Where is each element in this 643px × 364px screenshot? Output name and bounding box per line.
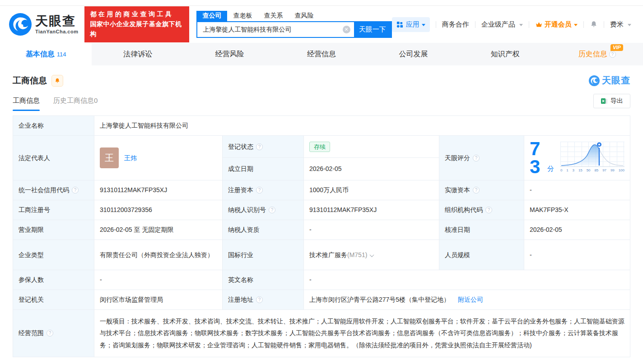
field-insured-count-label: 参保人数: [13, 270, 94, 290]
table-row: 企业类型 有限责任公司（外商投资企业法人独资） 国标行业 技术推广服务(M751…: [13, 240, 630, 270]
nav-item-enterprise[interactable]: 企业级产品: [481, 20, 523, 29]
brand-name: 天眼查: [35, 15, 78, 28]
field-staff-size-value: -: [524, 240, 630, 270]
excel-export-icon: [601, 97, 608, 105]
search-button[interactable]: 天眼一下: [354, 22, 391, 37]
field-score-label: 天眼评分: [439, 136, 524, 180]
bell-icon: [590, 20, 598, 28]
field-score-value: 73 分: [524, 136, 630, 180]
search-tab-company[interactable]: 查公司: [196, 11, 227, 21]
field-taxpayer-id-label: 纳税人识别号: [223, 200, 304, 220]
bell-icon: [54, 78, 61, 84]
tab-operation-info[interactable]: 经营信息: [275, 43, 367, 65]
monitor-subscribe-button[interactable]: [51, 75, 63, 87]
field-business-scope-value: 一般项目：技术服务、技术开发、技术咨询、技术交流、技术转让、技术推广；人工智能应…: [94, 309, 630, 357]
apps-label: 应用: [406, 20, 419, 29]
help-icon[interactable]: [609, 51, 616, 58]
help-icon[interactable]: [72, 187, 79, 194]
field-company-name-label: 企业名称: [13, 116, 94, 136]
tab-legal-proceedings[interactable]: 法律诉讼: [92, 43, 183, 65]
field-org-code-label: 组织机构代码: [439, 200, 524, 220]
address-text: 上海市闵行区沪青平公路277号5楼（集中登记地）: [309, 296, 450, 303]
field-legal-rep-label: 法定代表人: [13, 136, 94, 180]
field-approval-date-label: 核准日期: [439, 220, 524, 240]
status-badge: 存续: [309, 142, 330, 152]
site-header: 天眼查 TianYanCha.com 都在用的商业查询工具 国家中小企业发展子基…: [0, 6, 643, 43]
search-tab-relation[interactable]: 查关系: [258, 11, 289, 21]
watermark-text: 天眼查: [602, 74, 630, 87]
label-text: 组织机构代码: [445, 206, 483, 213]
user-menu[interactable]: 费米: [610, 20, 631, 29]
slogan-line-2: 国家中小企业发展子基金旗下机构: [90, 19, 184, 39]
nearby-companies-link[interactable]: 附近公司: [458, 296, 483, 303]
field-reg-capital-label: 注册资本: [223, 180, 304, 200]
export-button[interactable]: 导出: [593, 94, 630, 108]
field-reg-number-value: 310112003729356: [94, 200, 223, 220]
field-company-type-label: 企业类型: [13, 240, 94, 270]
tab-label: 基本信息: [26, 50, 55, 59]
industry-code: (M751): [347, 251, 367, 258]
tab-basic-info[interactable]: 基本信息 114: [0, 43, 92, 65]
help-icon[interactable]: [473, 187, 480, 194]
clear-search-icon[interactable]: [343, 26, 350, 33]
divider: [583, 21, 584, 28]
divider: [436, 21, 436, 28]
field-approval-date-value: 2026-02-05: [524, 220, 630, 240]
help-icon[interactable]: [47, 330, 53, 336]
tab-label: 公司发展: [399, 50, 428, 59]
search-input[interactable]: [197, 22, 342, 37]
score-bell-curve: [560, 142, 624, 166]
label-text: 注册资本: [228, 186, 253, 194]
tab-intellectual-property[interactable]: 知识产权: [459, 43, 551, 65]
brand-slogan: 都在用的商业查询工具 国家中小企业发展子基金旗下机构: [84, 6, 189, 42]
search-box: 天眼一下: [196, 21, 391, 38]
apps-menu-button[interactable]: 应用: [392, 17, 430, 32]
vip-label: 开通会员: [545, 20, 572, 29]
tab-label: 经营信息: [307, 50, 336, 59]
field-reg-address-value: 上海市闵行区沪青平公路277号5楼（集中登记地） 附近公司: [304, 290, 630, 309]
search-tab-risk[interactable]: 查风险: [289, 11, 319, 21]
score-axis-labels: 013 155085 9799100: [560, 168, 624, 174]
field-reg-capital-value: 1000万人民币: [304, 180, 439, 200]
nav-item-cooperation[interactable]: 商务合作: [442, 20, 469, 29]
sub-tab-business-info[interactable]: 工商信息: [13, 97, 40, 111]
help-icon[interactable]: [256, 187, 263, 194]
search-tab-boss[interactable]: 查老板: [227, 11, 258, 21]
search-tabs: 查公司 查老板 查关系 查风险: [196, 11, 391, 21]
brand-domain: TianYanCha.com: [35, 29, 78, 34]
field-business-term-value: 2026-02-05 至 无固定期限: [94, 220, 223, 240]
notifications-button[interactable]: [590, 20, 598, 28]
sub-tabs-row: 工商信息 历史工商信息0 导出: [0, 92, 643, 111]
field-taxpayer-quality-value: -: [304, 220, 439, 240]
export-label: 导出: [610, 97, 623, 105]
expand-chevron-icon[interactable]: [370, 253, 374, 257]
tab-company-development[interactable]: 公司发展: [368, 43, 459, 65]
field-taxpayer-id-value: 91310112MAK7FP35XJ: [304, 200, 439, 220]
sub-tab-history-business-info[interactable]: 历史工商信息0: [53, 97, 98, 111]
field-org-code-value: MAK7FP35-X: [524, 200, 630, 220]
tab-operation-risk[interactable]: 经营风险: [184, 43, 275, 65]
legal-rep-avatar[interactable]: 王: [100, 147, 119, 168]
label-text: 天眼评分: [445, 154, 470, 161]
legal-rep-link[interactable]: 王炜: [124, 153, 137, 163]
help-icon[interactable]: [269, 207, 275, 213]
label-text: 纳税人识别号: [228, 206, 266, 213]
chevron-down-icon: [422, 24, 425, 28]
vip-crown-icon: [535, 21, 543, 28]
username: 费米: [610, 20, 624, 28]
site-logo[interactable]: 天眼查 TianYanCha.com: [9, 13, 78, 36]
help-icon[interactable]: [256, 143, 263, 150]
help-icon[interactable]: [485, 207, 492, 213]
field-reg-status-value: 存续: [304, 136, 439, 158]
help-icon[interactable]: [473, 155, 480, 161]
open-vip-button[interactable]: 开通会员: [535, 20, 578, 29]
tianyancha-swirl-icon: [9, 13, 32, 36]
field-company-type-value: 有限责任公司（外商投资企业法人独资）: [94, 240, 223, 270]
company-section-tabs: 基本信息 114 法律诉讼 经营风险 经营信息 公司发展 知识产权 VIP 历史…: [0, 43, 643, 65]
divider: [604, 21, 604, 28]
field-insured-count-value: -: [94, 270, 223, 290]
tab-label: 经营风险: [215, 50, 244, 59]
chevron-down-icon: [628, 24, 631, 28]
help-icon[interactable]: [256, 296, 263, 303]
tab-history-info[interactable]: VIP 历史信息: [551, 43, 643, 65]
